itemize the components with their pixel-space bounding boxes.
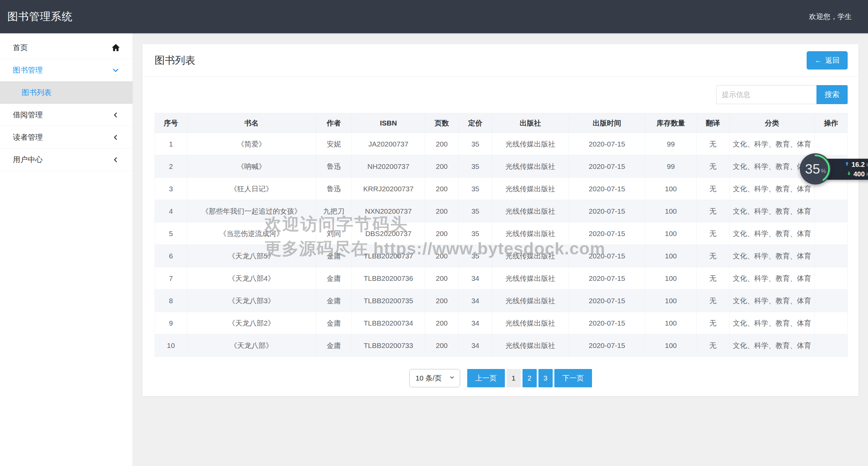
table-cell: 文化、科学、教育、体育 [729,312,814,334]
table-cell: 2 [155,155,187,178]
table-header-row: 序号 书名 作者 ISBN 页数 定价 出版社 出版时间 库存数量 翻译 分类 … [155,113,848,133]
download-speed-value: 400 [853,170,865,178]
column-header-stock: 库存数量 [645,113,696,133]
sidebar-item-label: 图书列表 [22,88,120,98]
table-cell [814,245,847,267]
pagination-page-2[interactable]: 2 [522,369,537,387]
percent-unit: % [821,168,826,175]
back-arrow-icon: ← [815,56,822,64]
table-cell: TLBB20200735 [352,290,425,312]
table-cell: 34 [458,334,492,357]
table-cell: 光线传媒出版社 [492,178,569,200]
column-header-isbn: ISBN [352,113,425,133]
table-cell: TLBB20200737 [352,245,425,267]
table-cell: 金庸 [316,312,352,334]
table-cell: 文化、科学、教育、体育 [729,222,814,245]
table-cell: 34 [458,312,492,334]
table-row: 5《当悲伤逆流成河》刘同DBS2020073720035光线传媒出版社2020-… [155,222,848,245]
search-input[interactable] [716,85,816,104]
sidebar-item-home[interactable]: 首页 [0,37,133,59]
table-cell: 鲁迅 [316,178,352,200]
table-cell: 光线传媒出版社 [492,267,569,290]
table-cell: 200 [425,312,458,334]
progress-circle: 35 % [800,153,831,185]
table-cell: 34 [458,267,492,290]
chevron-left-icon [111,133,120,142]
search-button[interactable]: 搜索 [816,85,848,104]
table-cell: 2020-07-15 [569,267,645,290]
table-cell: 100 [645,222,696,245]
table-cell: 8 [155,290,187,312]
table-cell: 200 [425,334,458,357]
sidebar-item-label: 首页 [13,43,111,53]
table-cell: 100 [645,312,696,334]
table-cell: 100 [645,245,696,267]
chevron-down-icon [449,374,455,382]
table-cell: 九把刀 [316,200,352,222]
table-cell: 200 [425,245,458,267]
table-cell: 无 [696,290,729,312]
upload-speed-unit: K/s [866,162,868,168]
pagination-next-button[interactable]: 下一页 [554,369,592,387]
sidebar-item-book-management[interactable]: 图书管理 [0,59,133,81]
table-cell: 《那些年我们一起追过的女孩》 [187,200,316,222]
chevron-down-icon [111,65,120,75]
pagination-page-1[interactable]: 1 [507,369,521,387]
table-cell: TLBB20200736 [352,267,425,290]
table-cell: 2020-07-15 [569,155,645,178]
table-cell: 4 [155,200,187,222]
table-cell: 《天龙八部》 [187,334,316,357]
table-cell: 金庸 [316,334,352,357]
home-icon [111,43,120,53]
table-cell: 文化、科学、教育、体育 [729,290,814,312]
table-cell: 35 [458,222,492,245]
percent-value: 35 [805,161,820,177]
column-header-translate: 翻译 [696,113,729,133]
books-table: 序号 书名 作者 ISBN 页数 定价 出版社 出版时间 库存数量 翻译 分类 … [155,113,848,357]
table-row: 8《天龙八部3》金庸TLBB2020073520034光线传媒出版社2020-0… [155,290,848,312]
table-cell: 《呐喊》 [187,155,316,178]
table-cell [814,200,847,222]
page-size-select[interactable]: 10 条/页 [409,369,460,387]
table-cell: TLBB20200733 [352,334,425,357]
table-cell: 光线传媒出版社 [492,290,569,312]
table-cell: 无 [696,334,729,357]
table-row: 7《天龙八部4》金庸TLBB2020073620034光线传媒出版社2020-0… [155,267,848,290]
table-cell: 1 [155,133,187,155]
column-header-publisher: 出版社 [492,113,569,133]
pagination-prev-button[interactable]: 上一页 [467,369,505,387]
card-header: 图书列表 ← 返回 [142,44,859,77]
table-cell: 2020-07-15 [569,290,645,312]
table-cell: 无 [696,155,729,178]
download-speed-unit: K/s [866,171,868,177]
table-cell: 100 [645,178,696,200]
table-cell: 刘同 [316,222,352,245]
table-cell: 2020-07-15 [569,312,645,334]
table-cell: 光线传媒出版社 [492,133,569,155]
table-cell [814,312,847,334]
sidebar-item-label: 读者管理 [13,132,111,142]
table-cell: 99 [645,133,696,155]
table-cell: 2020-07-15 [569,222,645,245]
sidebar-item-borrow-management[interactable]: 借阅管理 [0,104,133,126]
table-cell: 文化、科学、教育、体育 [729,133,814,155]
topbar: 图书管理系统 欢迎您，学生 [0,0,868,33]
pagination-page-3[interactable]: 3 [538,369,553,387]
sidebar-item-label: 图书管理 [13,65,111,75]
table-cell: TLBB20200734 [352,312,425,334]
table-cell: 35 [458,245,492,267]
sidebar-item-user-center[interactable]: 用户中心 [0,149,133,171]
table-cell: 35 [458,200,492,222]
sidebar-item-book-list[interactable]: 图书列表 [0,81,133,104]
table-cell: NXN20200737 [352,200,425,222]
table-cell: 《天龙八部3》 [187,290,316,312]
table-cell: JA20200737 [352,133,425,155]
sidebar-item-reader-management[interactable]: 读者管理 [0,126,133,149]
content-card: 图书列表 ← 返回 搜索 序号 书名 作者 ISBN 页数 定价 [142,44,859,396]
table-cell: 7 [155,267,187,290]
table-cell: 《狂人日记》 [187,178,316,200]
column-header-author: 作者 [316,113,352,133]
table-cell: 2020-07-15 [569,200,645,222]
up-arrow-icon [844,161,850,168]
back-button[interactable]: ← 返回 [807,51,848,70]
